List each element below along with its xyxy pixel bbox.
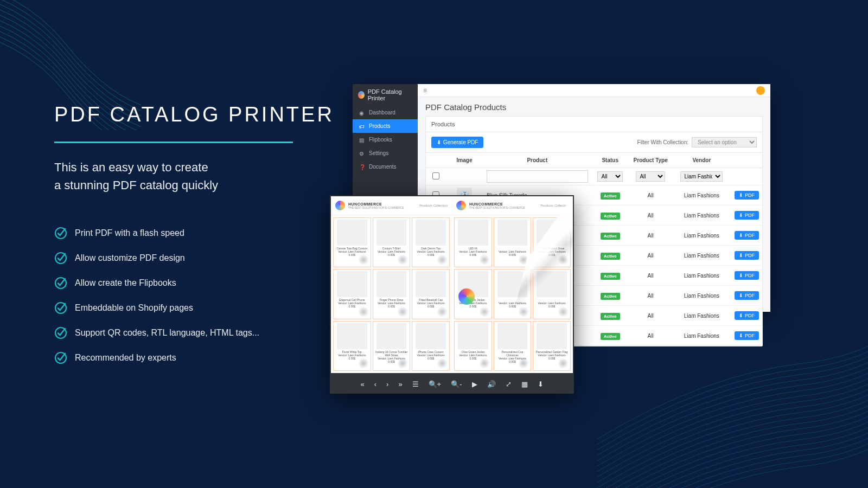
vendor-name: Liam Fashions	[672, 286, 731, 306]
catalog-thumb	[537, 323, 566, 349]
catalog-cell: Vendor: Liam Fashions0.00$	[494, 217, 532, 267]
feature-label: Allow customize PDF design	[75, 253, 185, 263]
feature-label: Print PDF with a flash speed	[75, 228, 184, 238]
user-avatar[interactable]	[756, 86, 765, 95]
first-page-icon[interactable]: «	[360, 380, 364, 388]
flipbook-page-left: HUNCOMMERCE THE BEST SOLUTIONS FOR E-COM…	[331, 196, 452, 373]
hero-sub1: This is an easy way to create	[54, 158, 334, 176]
toc-icon[interactable]: ☰	[412, 380, 419, 388]
catalog-cell: LED HiVendor: Liam Fashions0.00$	[454, 217, 492, 267]
play-icon[interactable]: ▶	[472, 380, 477, 388]
row-pdf-button[interactable]: ⬇PDF	[735, 211, 759, 220]
brand: PDF Catalog Printer	[353, 84, 418, 106]
doc-icon: ❓	[359, 164, 365, 170]
status-badge: Active	[601, 273, 620, 280]
tag-icon: 🏷	[359, 124, 365, 129]
product-type: All	[629, 246, 672, 266]
status-badge: Active	[601, 313, 620, 320]
download-icon[interactable]: ⬇	[538, 380, 544, 388]
column-header: Product Type	[629, 153, 672, 168]
catalog-cell: Edgemod Cell PhoneVendor: Liam Fashions0…	[333, 269, 371, 319]
blur-mark	[558, 254, 569, 265]
dash-icon: ◉	[359, 110, 365, 115]
hero: PDF CATALOG PRINTER This is an easy way …	[54, 103, 334, 376]
row-pdf-button[interactable]: ⬇PDF	[735, 191, 759, 200]
download-icon: ⬇	[739, 192, 743, 198]
sidebar-item-dashboard[interactable]: ◉Dashboard	[353, 106, 418, 119]
catalog-thumb	[458, 323, 488, 349]
next-page-icon[interactable]: ›	[386, 380, 388, 388]
status-badge: Active	[601, 233, 620, 240]
column-header: Status	[591, 153, 629, 168]
sidebar-item-label: Products	[369, 123, 390, 129]
catalog-thumb	[376, 271, 407, 297]
prev-page-icon[interactable]: ‹	[374, 380, 376, 388]
blur-mark	[518, 358, 529, 369]
product-type: All	[629, 185, 672, 206]
book-icon: ▤	[359, 137, 365, 143]
catalog-cell: Vendor: Liam Fashions0.00$	[494, 269, 532, 319]
menu-toggle-icon[interactable]: ≡	[423, 87, 427, 94]
row-pdf-button[interactable]: ⬇PDF	[735, 251, 759, 260]
blur-mark	[437, 306, 448, 317]
feature-item: Recommended by experts	[54, 351, 334, 364]
download-icon: ⬇	[739, 213, 743, 218]
blur-mark	[358, 358, 369, 369]
row-pdf-button[interactable]: ⬇PDF	[735, 271, 759, 280]
catalog-thumb	[458, 220, 488, 246]
product-search-input[interactable]	[487, 170, 588, 183]
sound-icon[interactable]: 🔊	[487, 380, 496, 388]
row-pdf-button[interactable]: ⬇PDF	[735, 331, 759, 340]
catalog-thumb	[337, 271, 367, 297]
blur-mark	[437, 358, 448, 369]
product-type: All	[629, 266, 672, 286]
flipbook-tag: THE BEST SOLUTIONS FOR E-COMMERCE	[348, 206, 404, 209]
zoom-in-icon[interactable]: 🔍+	[429, 380, 442, 388]
select-all-checkbox[interactable]	[432, 172, 439, 179]
vendor-filter-select[interactable]: Liam Fashions	[680, 171, 723, 182]
sidebar-item-documents[interactable]: ❓Documents	[353, 160, 418, 174]
blur-mark	[437, 254, 448, 265]
catalog-thumb	[497, 323, 528, 349]
hero-rule	[54, 142, 293, 143]
flipbook-collection-label: Products Collection	[540, 204, 569, 207]
product-type: All	[629, 206, 672, 226]
product-type: All	[629, 226, 672, 246]
status-filter-select[interactable]: All	[597, 171, 622, 182]
catalog-thumb	[537, 271, 566, 297]
catalog-thumb	[416, 271, 445, 297]
hero-sub2: a stunning PDF catalog quickly	[54, 176, 334, 194]
feature-item: Support QR codes, RTL language, HTML tag…	[54, 326, 334, 339]
download-icon: ⬇	[739, 253, 743, 258]
type-filter-select[interactable]: All	[636, 171, 665, 182]
row-pdf-button[interactable]: ⬇PDF	[735, 231, 759, 240]
download-icon: ⬇	[437, 139, 441, 145]
flipbook-toolbar: « ‹ › » ☰ 🔍+ 🔍- ▶ 🔊 ⤢ ▦ ⬇	[330, 374, 574, 394]
download-icon: ⬇	[739, 333, 743, 338]
filter-collection-select[interactable]: Select an option	[692, 137, 757, 147]
catalog-cell: Floral White TopVendor: Liam Fashions0.0…	[333, 321, 371, 371]
blur-mark	[479, 358, 490, 369]
sidebar-item-label: Dashboard	[369, 110, 395, 115]
catalog-cell: Canvas Tote Bag CustomVendor: Liam Fashi…	[333, 217, 371, 267]
product-type: All	[629, 286, 672, 306]
catalog-cell: Custom T-ShirtVendor: Liam Fashions0.00$	[373, 217, 411, 267]
sidebar-item-products[interactable]: 🏷Products	[353, 119, 418, 133]
feature-label: Allow create the Flipbooks	[75, 278, 176, 288]
vendor-name: Liam Fashions	[672, 326, 731, 346]
zoom-out-icon[interactable]: 🔍-	[451, 380, 462, 388]
vendor-name: Liam Fashions	[672, 185, 731, 206]
download-icon: ⬇	[739, 293, 743, 298]
row-pdf-button[interactable]: ⬇PDF	[735, 311, 759, 320]
row-pdf-button[interactable]: ⬇PDF	[735, 291, 759, 300]
sidebar-item-flipbooks[interactable]: ▤Flipbooks	[353, 133, 418, 146]
column-header: Vendor	[672, 153, 731, 168]
catalog-cell: Finger Phone StrapVendor: Liam Fashions0…	[373, 269, 411, 319]
feature-list: Print PDF with a flash speedAllow custom…	[54, 227, 334, 364]
generate-pdf-button[interactable]: ⬇ Generate PDF	[431, 137, 483, 148]
sidebar-item-settings[interactable]: ⚙Settings	[353, 146, 418, 160]
thumbnails-icon[interactable]: ▦	[521, 380, 528, 388]
last-page-icon[interactable]: »	[398, 380, 402, 388]
blur-mark	[558, 306, 569, 317]
fullscreen-icon[interactable]: ⤢	[506, 380, 512, 388]
